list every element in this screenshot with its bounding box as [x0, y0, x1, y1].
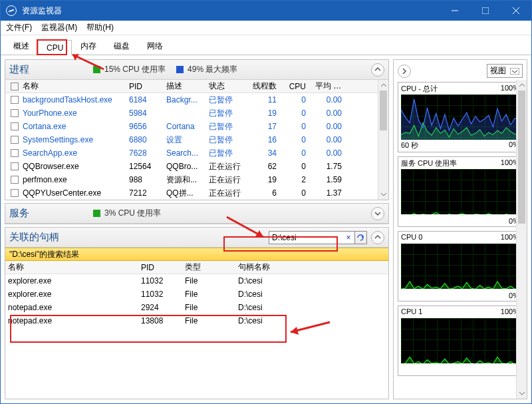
tab-disk[interactable]: 磁盘 [105, 37, 138, 55]
process-row[interactable]: SearchApp.exe7628Search...已暂停3400.00 [5, 146, 388, 160]
tab-network[interactable]: 网络 [138, 37, 172, 55]
hcol-hname[interactable]: 句柄名称 [235, 262, 362, 273]
row-checkbox[interactable] [11, 162, 19, 170]
services-cpu-stat: 3% CPU 使用率 [93, 208, 161, 219]
scroll-thumb[interactable] [380, 91, 387, 130]
clear-search-icon[interactable]: × [343, 233, 354, 242]
row-checkbox[interactable] [11, 189, 19, 197]
handle-row[interactable]: explorer.exe11032FileD:\cesi [5, 274, 388, 288]
handle-name: explorer.exe [5, 290, 138, 299]
charts-scrollbar[interactable] [516, 80, 527, 399]
proc-pid: 988 [126, 175, 164, 184]
proc-pid: 7212 [126, 188, 164, 198]
handle-pid: 2924 [138, 303, 182, 312]
proc-name: QQPYUserCenter.exe [20, 188, 126, 198]
scroll-up-icon[interactable] [517, 80, 527, 91]
menu-help[interactable]: 帮助(H) [86, 22, 114, 33]
proc-avg: 0.00 [313, 148, 348, 158]
col-threads[interactable]: 线程数 [247, 81, 283, 92]
row-checkbox[interactable] [11, 122, 19, 130]
handle-type: File [182, 316, 235, 325]
proc-threads: 17 [247, 122, 283, 131]
scroll-down-icon[interactable] [378, 189, 388, 200]
maximize-button[interactable] [470, 1, 501, 21]
minimize-button[interactable] [440, 1, 470, 21]
close-button[interactable] [501, 1, 531, 21]
chart-title: CPU 1 [401, 307, 422, 315]
col-status[interactable]: 状态 [206, 81, 247, 92]
process-row[interactable]: YourPhone.exe5984已暂停1900.00 [5, 106, 388, 120]
collapse-charts-button[interactable] [398, 65, 411, 78]
window-title: 资源监视器 [22, 5, 440, 17]
handle-row[interactable]: explorer.exe11032FileD:\cesi [5, 288, 388, 301]
proc-cpu: 2 [283, 175, 313, 184]
chart-title: CPU - 总计 [401, 84, 438, 94]
hcol-name[interactable]: 名称 [5, 262, 138, 273]
col-name[interactable]: 名称 [20, 81, 126, 92]
processes-header[interactable]: 进程 15% CPU 使用率 49% 最大频率 [5, 60, 388, 80]
checkbox-all[interactable] [11, 83, 19, 91]
row-checkbox[interactable] [11, 176, 19, 184]
process-row[interactable]: backgroundTaskHost.exe6184Backgr...已暂停11… [5, 93, 388, 106]
cpu-chart: CPU 0100%0% [398, 231, 523, 302]
col-pid[interactable]: PID [126, 82, 164, 91]
scroll-down-icon[interactable] [517, 388, 527, 399]
proc-name: backgroundTaskHost.exe [20, 95, 126, 104]
collapse-button[interactable] [371, 231, 384, 244]
menubar: 文件(F) 监视器(M) 帮助(H) [1, 21, 531, 35]
hcol-pid[interactable]: PID [138, 263, 182, 272]
chart-title: 服务 CPU 使用率 [401, 158, 457, 168]
tab-overview[interactable]: 概述 [5, 37, 38, 55]
handle-hname: D:\cesi [235, 290, 362, 299]
scroll-thumb[interactable] [518, 91, 525, 224]
handle-name: notepad.exe [5, 303, 138, 312]
proc-pid: 9656 [126, 122, 164, 131]
row-checkbox[interactable] [11, 136, 19, 144]
proc-name: QQBrowser.exe [20, 162, 126, 171]
scroll-up-icon[interactable] [378, 80, 388, 91]
proc-desc: 资源和... [164, 174, 206, 186]
row-checkbox[interactable] [11, 149, 19, 157]
services-header[interactable]: 服务 3% CPU 使用率 [5, 204, 388, 224]
col-avg[interactable]: 平均 C... [313, 81, 348, 92]
menu-monitor[interactable]: 监视器(M) [41, 22, 77, 33]
col-cpu[interactable]: CPU [283, 82, 313, 91]
proc-pid: 5984 [126, 108, 164, 118]
tab-cpu[interactable]: CPU [38, 40, 72, 55]
hcol-type[interactable]: 类型 [182, 262, 235, 273]
proc-cpu: 0 [283, 162, 313, 171]
handle-hname: D:\cesi [235, 316, 362, 325]
process-row[interactable]: QQPYUserCenter.exe7212QQ拼...正在运行601.37 [5, 186, 388, 200]
proc-desc: 设置 [164, 134, 206, 146]
handle-hname: D:\cesi [235, 276, 362, 286]
col-desc[interactable]: 描述 [164, 81, 206, 92]
handle-search-input[interactable] [269, 231, 355, 244]
expand-button[interactable] [371, 207, 384, 220]
view-select[interactable]: 视图 [487, 64, 523, 78]
cpu-usage-stat: 15% CPU 使用率 [93, 64, 166, 75]
proc-desc: QQ拼... [164, 188, 206, 199]
handle-row[interactable]: notepad.exe13808FileD:\cesi [5, 314, 388, 327]
collapse-button[interactable] [371, 63, 384, 77]
handle-type: File [182, 276, 235, 286]
process-row[interactable]: perfmon.exe988资源和...正在运行1921.59 [5, 173, 388, 186]
handle-search: × [269, 231, 367, 244]
tab-memory[interactable]: 内存 [72, 37, 105, 55]
scrollbar[interactable] [378, 80, 388, 200]
handles-panel: 关联的句柄 × "D:\cesi"的搜索结果 名称 PID 类型 句柄名称 ex… [5, 227, 389, 399]
proc-name: perfmon.exe [20, 175, 126, 184]
process-row[interactable]: SystemSettings.exe6880设置已暂停1600.00 [5, 133, 388, 146]
process-row[interactable]: QQBrowser.exe12564QQBro...正在运行6201.75 [5, 160, 388, 173]
proc-avg: 1.75 [313, 162, 348, 171]
proc-threads: 11 [247, 95, 283, 104]
search-button[interactable] [354, 231, 367, 244]
proc-desc: Backgr... [164, 95, 206, 104]
handles-header: 关联的句柄 × [5, 228, 388, 248]
row-checkbox[interactable] [11, 96, 19, 104]
menu-file[interactable]: 文件(F) [6, 22, 32, 33]
proc-cpu: 0 [283, 135, 313, 144]
row-checkbox[interactable] [11, 109, 19, 117]
process-row[interactable]: Cortana.exe9656Cortana已暂停1700.00 [5, 120, 388, 133]
handle-row[interactable]: notepad.exe2924FileD:\cesi [5, 301, 388, 314]
proc-pid: 6880 [126, 135, 164, 144]
